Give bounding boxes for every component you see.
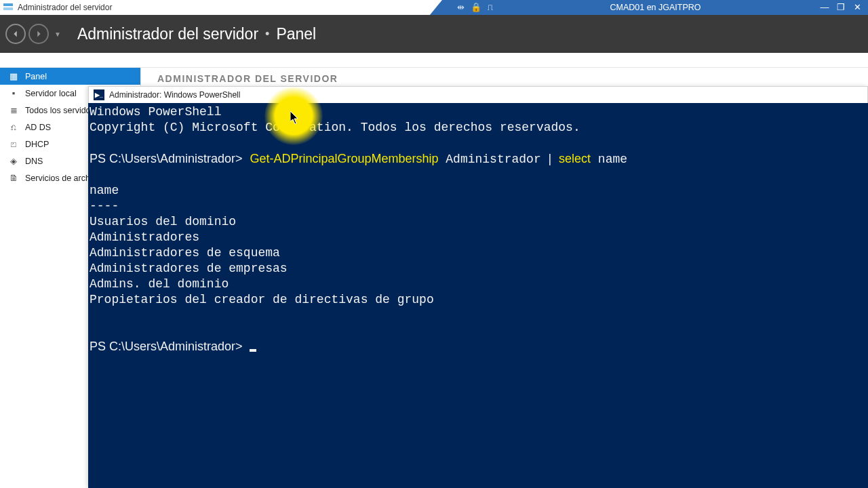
dashboard-icon: ▦ <box>8 71 19 81</box>
app-title: Administrador del servidor <box>18 3 112 12</box>
svg-rect-1 <box>3 7 13 10</box>
server-manager-icon <box>3 2 14 13</box>
breadcrumb-root[interactable]: Administrador del servidor <box>77 25 258 43</box>
connection-label: CMAD01 en JGAITPRO <box>493 3 818 12</box>
sidebar-item-label: DNS <box>25 157 43 166</box>
adds-icon: ⎌ <box>8 122 19 132</box>
dns-icon: ◈ <box>8 156 19 166</box>
files-icon: 🗎 <box>8 173 19 183</box>
server-icon: ▪ <box>8 88 19 98</box>
sidebar-item-label: Panel <box>25 72 47 81</box>
powershell-icon: ▶_ <box>94 89 104 100</box>
breadcrumb: Administrador del servidor • Panel <box>77 25 316 43</box>
minimize-button[interactable]: — <box>818 0 831 15</box>
sidebar-item-label: AD DS <box>25 123 51 132</box>
sidebar-item-label: Servidor local <box>25 89 77 98</box>
servers-icon: ≣ <box>8 105 19 115</box>
powershell-title-text: Administrador: Windows PowerShell <box>109 90 240 100</box>
breadcrumb-leaf[interactable]: Panel <box>276 25 316 43</box>
signal-icon[interactable]: ⎍ <box>488 0 493 15</box>
lock-icon[interactable]: 🔒 <box>471 0 481 15</box>
chevron-right-icon: • <box>265 27 269 41</box>
svg-rect-0 <box>3 3 13 6</box>
dhcp-icon: ⏍ <box>8 139 19 149</box>
powershell-console[interactable]: Windows PowerShell Copyright (C) Microso… <box>88 103 868 488</box>
powershell-window: ▶_ Administrador: Windows PowerShell Win… <box>88 86 868 488</box>
nav-history-dropdown[interactable]: ▼ <box>54 30 61 38</box>
sidebar-item-panel[interactable]: ▦Panel <box>0 68 140 85</box>
pin-icon[interactable]: ⇹ <box>457 0 465 15</box>
restore-button[interactable]: ❐ <box>834 0 848 15</box>
nav-back-button[interactable] <box>5 24 26 44</box>
powershell-titlebar[interactable]: ▶_ Administrador: Windows PowerShell <box>88 86 868 103</box>
welcome-title: ADMINISTRADOR DEL SERVIDOR <box>157 73 852 84</box>
close-button[interactable]: ✕ <box>850 0 864 15</box>
nav-forward-button[interactable] <box>28 24 49 44</box>
sidebar-item-label: DHCP <box>25 140 49 149</box>
